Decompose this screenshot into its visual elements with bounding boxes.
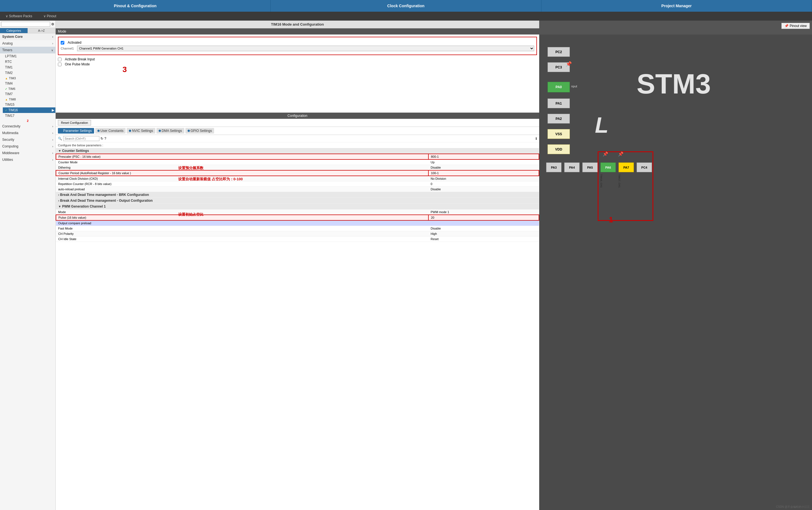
- software-packs-menu[interactable]: ∨ Software Packs: [0, 12, 38, 21]
- timer-tim8[interactable]: ▲ TIM8: [3, 97, 55, 102]
- sidebar-item-multimedia[interactable]: Multimedia ›: [0, 130, 55, 136]
- pin-pa4: PA4: [564, 162, 580, 172]
- config-title: Configuration: [56, 113, 539, 119]
- pwm-mode-row: Mode PWM mode 1: [56, 210, 539, 215]
- pin-icon: 📌: [784, 24, 789, 28]
- sidebar-item-security[interactable]: Security ›: [0, 136, 55, 143]
- params-label: Configure the below parameters :: [56, 143, 539, 148]
- user-constants-tab[interactable]: User Constants: [95, 128, 126, 133]
- chip-background: STM3 L PC2 PC3 PA0 nput PA1 PA2 VSS VDD …: [539, 34, 812, 510]
- break-dead2-header: › Break And Dead Time management - Outpu…: [56, 198, 539, 204]
- ckd-row: Internal Clock Division (CKD) No Divisio…: [56, 176, 539, 181]
- prescaler-row: Prescaler (PSC - 16 bits value) 800-1: [56, 154, 539, 159]
- chevron-right-icon: ›: [52, 158, 53, 161]
- timer-tim16[interactable]: ✓ TIM16 ▶: [3, 108, 55, 113]
- sidebar-item-middleware[interactable]: Middleware ›: [0, 150, 55, 156]
- sidebar-search-bar: ⚙: [0, 21, 55, 28]
- project-manager-tab[interactable]: Project Manager: [542, 0, 812, 12]
- annotation-pulse: 设置初始占空比: [178, 212, 203, 217]
- sidebar-item-label: System Core: [2, 35, 23, 39]
- pinout-view-label: Pinout view: [790, 24, 807, 28]
- timer-tim6[interactable]: ✓ TIM6: [3, 86, 55, 91]
- param-search-input[interactable]: [63, 136, 99, 141]
- annotation-number-3: 3: [122, 65, 127, 74]
- param-settings-tab[interactable]: Parameter Settings: [58, 128, 94, 133]
- timer-tim4[interactable]: TIM4: [3, 81, 55, 86]
- timer-tim2[interactable]: TIM2: [3, 70, 55, 76]
- dot-icon: [187, 130, 190, 132]
- pin-pa3: PA3: [546, 162, 561, 172]
- activated-checkbox[interactable]: [61, 41, 64, 44]
- az-tab[interactable]: A->Z: [28, 28, 56, 33]
- pushpin-pc3: 📌: [566, 61, 572, 67]
- sidebar-item-label: Security: [2, 138, 14, 142]
- params-scroll-area[interactable]: ▼ Counter Settings Prescaler (PSC - 16 b…: [56, 148, 539, 242]
- clock-config-tab[interactable]: Clock Configuration: [270, 0, 541, 12]
- timer-tim1[interactable]: TIM1: [3, 64, 55, 70]
- chevron-right-icon: ›: [52, 35, 53, 38]
- sidebar-item-analog[interactable]: Analog ›: [0, 40, 55, 47]
- warning-icon: ▲: [5, 77, 8, 80]
- mode-box: Activated Channel1 Channel1 PWM Generati…: [58, 37, 537, 55]
- pin-pa5: PA5: [582, 162, 598, 172]
- one-pulse-label: One Pulse Mode: [65, 62, 90, 66]
- refresh-icon[interactable]: ↻: [100, 137, 103, 141]
- channel1-select[interactable]: Channel1 PWM Generation CH1: [77, 46, 534, 51]
- expand-icon: ▶: [52, 108, 54, 112]
- panel-title: TIM16 Mode and Configuration: [56, 21, 539, 28]
- pinout-view-button[interactable]: 📌 Pinout view: [781, 23, 810, 29]
- search-icon: 🔍: [58, 137, 62, 141]
- ch-polarity-row: CH Polarity High: [56, 231, 539, 237]
- sidebar-item-computing[interactable]: Computing ›: [0, 143, 55, 150]
- timer-tim17[interactable]: TIM17: [3, 113, 55, 119]
- timer-tim7[interactable]: TIM7: [3, 91, 55, 97]
- timer-rtc[interactable]: RTC: [3, 59, 55, 64]
- pin-pa2: PA2: [548, 114, 570, 123]
- label-number-2: 2: [0, 119, 55, 122]
- sidebar-item-label: Middleware: [2, 151, 19, 155]
- dot-icon: [129, 130, 131, 132]
- red-highlight-box: [598, 151, 653, 221]
- timer-tim3[interactable]: ▲ TIM3: [3, 76, 55, 81]
- sidebar-item-connectivity[interactable]: Connectivity ›: [0, 123, 55, 130]
- break-dead1-header: › Break And Dead Time management - BRK C…: [56, 192, 539, 198]
- one-pulse-checkbox[interactable]: [58, 63, 61, 66]
- pinout-config-tab[interactable]: Pinout & Configuration: [0, 0, 270, 12]
- dma-settings-tab[interactable]: DMA Settings: [156, 128, 184, 133]
- timer-tim15[interactable]: TIM15: [3, 102, 55, 108]
- config-section: Configuration Reset Configuration Parame…: [56, 112, 539, 510]
- counter-period-row: Counter Period (AutoReload Register - 16…: [56, 170, 539, 176]
- watermark: CSDN @不会编程的小江江: [776, 505, 810, 509]
- timer-lptim1[interactable]: LPTIM1: [3, 53, 55, 59]
- dithering-row: Dithering Disable: [56, 165, 539, 171]
- warning-icon: ▲: [5, 98, 8, 101]
- categories-tab[interactable]: Categories: [0, 28, 28, 33]
- search-input[interactable]: [1, 22, 50, 27]
- gpio-settings-tab[interactable]: GPIO Settings: [185, 128, 214, 133]
- input-label: nput: [571, 85, 577, 88]
- dot-icon: [159, 130, 161, 132]
- pin-pc2: PC2: [548, 47, 570, 57]
- pwm-channel-header: ▼ PWM Generation Channel 1: [56, 204, 539, 210]
- chevron-right-icon: ›: [52, 145, 53, 148]
- pinout-menu[interactable]: ∨ Pinout: [38, 12, 62, 21]
- chevron-right-icon: ›: [52, 125, 53, 128]
- help-icon[interactable]: ?: [105, 137, 106, 141]
- gear-icon[interactable]: ⚙: [51, 22, 54, 26]
- activated-row: Activated: [61, 41, 534, 44]
- mode-content-area: Activated Channel1 Channel1 PWM Generati…: [56, 34, 539, 112]
- sidebar-item-system-core[interactable]: System Core ›: [0, 33, 55, 40]
- config-tabs: Parameter Settings User Constants NVIC S…: [56, 127, 539, 135]
- nvic-settings-tab[interactable]: NVIC Settings: [127, 128, 155, 133]
- annotation-prescaler: 设置预分频系数: [178, 166, 203, 171]
- sidebar-tabs: Categories A->Z: [0, 28, 55, 33]
- reset-config-button[interactable]: Reset Configuration: [58, 120, 91, 125]
- activate-break-checkbox[interactable]: [58, 58, 61, 61]
- mode-header: Mode: [56, 28, 539, 34]
- chevron-right-icon: ›: [52, 42, 53, 45]
- sidebar-item-timers[interactable]: Timers ∨: [0, 47, 55, 53]
- chevron-right-icon: ›: [52, 131, 53, 135]
- chevron-right-icon: ›: [52, 138, 53, 141]
- right-panel: 📌 Pinout view STM3 L PC2 PC3 PA0 nput PA…: [539, 21, 812, 510]
- sidebar-item-utilities[interactable]: Utilities ›: [0, 156, 55, 163]
